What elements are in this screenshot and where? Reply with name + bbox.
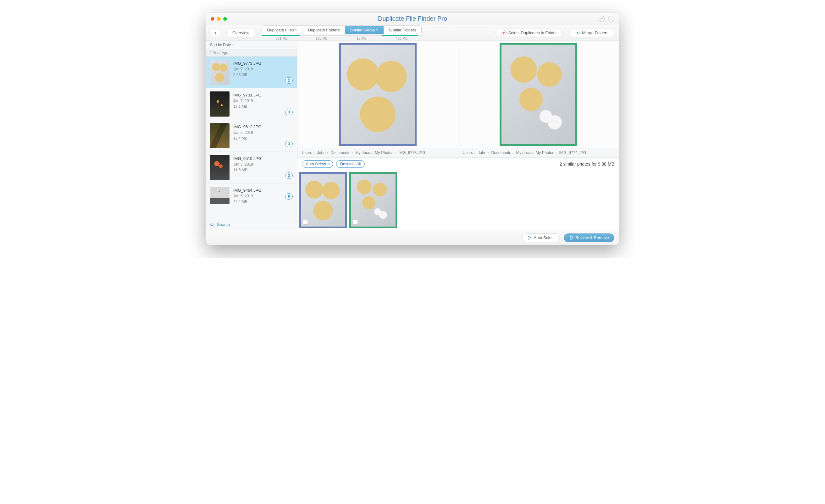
checkbox[interactable] bbox=[353, 220, 358, 225]
similar-thumb[interactable] bbox=[299, 172, 347, 228]
breadcrumb-left[interactable]: Users› John› Documents› My docs› My Phot… bbox=[297, 148, 458, 157]
preview-image-right[interactable] bbox=[500, 43, 577, 146]
thumbnail bbox=[210, 60, 229, 85]
overview-label: Overview bbox=[232, 30, 249, 35]
footer-auto-select-button[interactable]: Auto Select bbox=[522, 234, 560, 242]
chevron-down-icon bbox=[328, 163, 330, 165]
tab-duplicate-files[interactable]: Duplicate Files bbox=[262, 26, 303, 34]
count-badge: 3 bbox=[285, 109, 293, 115]
thumbnail bbox=[210, 123, 229, 148]
tab-duplicate-folders[interactable]: Duplicate Folders bbox=[303, 26, 345, 34]
thumbnail bbox=[210, 91, 229, 116]
count-badge: 3 bbox=[285, 141, 293, 147]
content-area: Users› John› Documents› My docs› My Phot… bbox=[297, 41, 619, 230]
thumbnail bbox=[210, 187, 229, 204]
select-duplicates-button[interactable]: Select Duplicates in Folder bbox=[496, 28, 563, 37]
trash-icon bbox=[569, 236, 574, 240]
sort-dropdown[interactable]: Sort by Date bbox=[206, 41, 297, 49]
target-icon bbox=[502, 30, 507, 35]
count-badge: 9 bbox=[285, 193, 293, 199]
titlebar: Duplicate File Finder Pro i bbox=[206, 13, 619, 25]
count-badge: 2 bbox=[285, 77, 293, 84]
list-item[interactable]: IMG_9773.JPG Jan 7, 2019 9.38 MB 2 bbox=[206, 57, 297, 88]
preview-right: Users› John› Documents› My docs› My Phot… bbox=[458, 41, 619, 158]
footer: Auto Select Review & Remove bbox=[206, 230, 619, 245]
chevron-down-icon bbox=[376, 28, 379, 31]
thumbnail bbox=[210, 155, 229, 180]
breadcrumb-right[interactable]: Users› John› Documents› My docs› My Phot… bbox=[458, 148, 619, 157]
rss-icon[interactable] bbox=[599, 16, 605, 22]
app-window: Duplicate File Finder Pro i Overview Dup… bbox=[206, 13, 619, 245]
action-row: Auto Select Deselect All 2 similar photo… bbox=[297, 158, 619, 170]
preview-image-left[interactable] bbox=[339, 43, 417, 146]
chevron-down-icon bbox=[232, 44, 234, 46]
sidebar: Sort by Date 1 Year Ago IMG_9773.JPG Jan… bbox=[206, 41, 297, 230]
list-item[interactable]: IMG_9731.JPG Jan 7, 2019 12.1 MB 3 bbox=[206, 88, 297, 120]
file-list[interactable]: IMG_9773.JPG Jan 7, 2019 9.38 MB 2 IMG_9… bbox=[206, 57, 297, 219]
preview-row: Users› John› Documents› My docs› My Phot… bbox=[297, 41, 619, 158]
chevron-down-icon bbox=[295, 28, 297, 31]
list-item[interactable]: IMG_9612.JPG Jan 6, 2019 12.4 MB 3 bbox=[206, 120, 297, 152]
overview-button[interactable]: Overview bbox=[226, 28, 255, 37]
summary-text: 2 similar photos for 9.38 MB bbox=[559, 162, 614, 167]
preview-left: Users› John› Documents› My docs› My Phot… bbox=[297, 41, 458, 158]
category-tabs: Duplicate Files Duplicate Folders Simila… bbox=[261, 25, 422, 40]
toolbar: Overview Duplicate Files Duplicate Folde… bbox=[206, 25, 619, 41]
group-header: 1 Year Ago bbox=[206, 49, 297, 57]
main-area: Sort by Date 1 Year Ago IMG_9773.JPG Jan… bbox=[206, 41, 619, 230]
search-icon bbox=[210, 223, 214, 227]
deselect-all-button[interactable]: Deselect All bbox=[336, 160, 365, 168]
tab-similar-media[interactable]: Similar Media bbox=[345, 26, 384, 34]
window-title: Duplicate File Finder Pro bbox=[206, 15, 619, 22]
tab-similar-folders[interactable]: Similar Folders bbox=[384, 26, 421, 34]
similar-thumbnails bbox=[297, 170, 619, 230]
svg-point-1 bbox=[211, 223, 213, 225]
list-item[interactable]: IMG_9464.JPG Jan 5, 2019 44.2 MB 9 bbox=[206, 183, 297, 204]
merge-folders-button[interactable]: Merge Folders bbox=[569, 28, 614, 37]
checkbox[interactable] bbox=[303, 220, 308, 225]
svg-line-2 bbox=[213, 225, 214, 226]
auto-select-dropdown[interactable] bbox=[326, 160, 333, 168]
merge-icon bbox=[575, 31, 580, 35]
back-button[interactable] bbox=[211, 28, 220, 37]
review-remove-button[interactable]: Review & Remove bbox=[564, 234, 614, 242]
count-badge: 3 bbox=[285, 172, 293, 179]
list-item[interactable]: IMG_9519.JPG Jan 5, 2019 11.5 MB 3 bbox=[206, 152, 297, 183]
wand-icon bbox=[528, 236, 532, 240]
search-input[interactable]: Search bbox=[206, 219, 297, 230]
info-icon[interactable]: i bbox=[608, 16, 614, 22]
similar-thumb[interactable] bbox=[349, 172, 397, 228]
